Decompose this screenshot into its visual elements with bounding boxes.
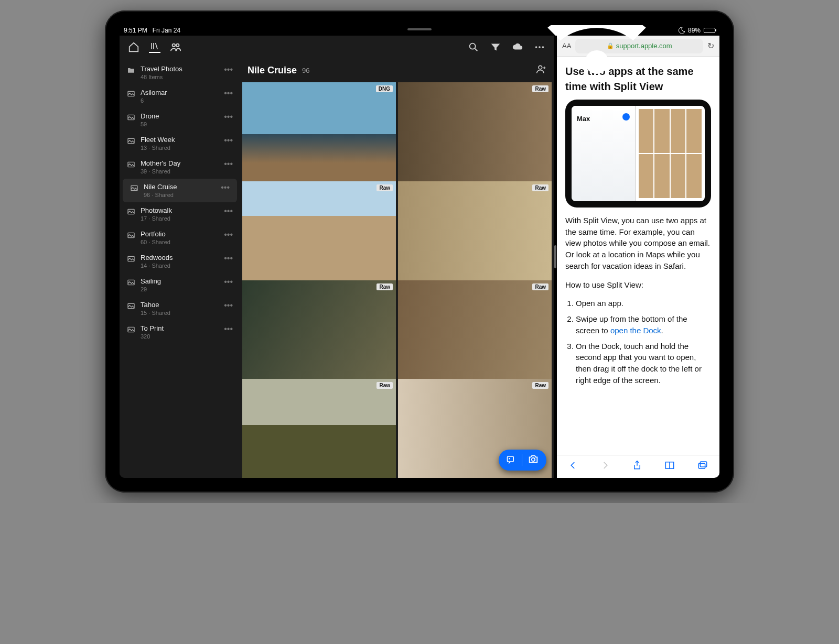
svg-point-0 <box>173 44 176 47</box>
album-title: Nile Cruise <box>248 65 297 76</box>
sidebar-item-more[interactable]: ••• <box>222 112 235 122</box>
moon-icon <box>679 27 685 34</box>
sidebar-item-label: Asilomar <box>141 89 217 96</box>
sidebar-item-more[interactable]: ••• <box>222 136 235 145</box>
album-count: 96 <box>302 67 309 74</box>
sidebar-item-meta: 60 · Shared <box>141 239 217 245</box>
add-person-icon[interactable] <box>536 64 546 77</box>
sidebar-item-meta: 6 <box>141 97 217 104</box>
camera-icon[interactable] <box>528 453 539 467</box>
svg-rect-21 <box>699 463 705 468</box>
sidebar-item-fleet-week[interactable]: Fleet Week13 · Shared••• <box>120 132 240 155</box>
sidebar-item-redwoods[interactable]: Redwoods14 · Shared••• <box>120 249 240 273</box>
sidebar-item-nile-cruise[interactable]: Nile Cruise96 · Shared••• <box>123 179 237 202</box>
safari-tab-bar <box>557 455 719 478</box>
battery-icon <box>704 28 715 33</box>
sidebar-item-label: Drone <box>141 112 217 120</box>
library-icon[interactable] <box>149 41 160 53</box>
album-icon <box>127 160 135 170</box>
howto-label: How to use Split View: <box>565 279 711 291</box>
album-sidebar[interactable]: Travel Photos48 Items•••Asilomar6•••Dron… <box>120 59 240 478</box>
format-badge: Raw <box>377 283 393 290</box>
safari-app: AA 🔒 support.apple.com ↻ Use two apps at… <box>557 36 719 478</box>
photo-thumb[interactable]: Raw <box>242 379 396 478</box>
sidebar-item-mother-s-day[interactable]: Mother's Day39 · Shared••• <box>120 155 240 179</box>
open-dock-link[interactable]: open the Dock <box>610 326 661 335</box>
back-button[interactable] <box>568 461 578 473</box>
photo-thumb[interactable]: DNG <box>242 82 396 198</box>
lightroom-toolbar <box>120 36 554 59</box>
album-icon <box>127 278 135 288</box>
album-icon <box>127 90 135 100</box>
safari-page[interactable]: Use two apps at the same time with Split… <box>557 57 719 455</box>
capture-fab[interactable] <box>499 450 546 471</box>
status-date: Fri Jan 24 <box>153 27 180 34</box>
sidebar-item-more[interactable]: ••• <box>222 254 235 263</box>
sidebar-item-meta: 14 · Shared <box>141 263 217 269</box>
album-icon <box>127 325 135 335</box>
sidebar-item-more[interactable]: ••• <box>222 301 235 310</box>
sidebar-item-more[interactable]: ••• <box>222 230 235 239</box>
sidebar-item-label: Photowalk <box>141 206 217 214</box>
photo-thumb[interactable]: Raw <box>242 181 396 297</box>
home-icon[interactable] <box>128 41 139 53</box>
photo-thumb[interactable]: Raw <box>398 82 552 198</box>
lightroom-app: Travel Photos48 Items•••Asilomar6•••Dron… <box>120 36 554 478</box>
tabs-button[interactable] <box>697 461 708 473</box>
sidebar-item-more[interactable]: ••• <box>222 206 235 216</box>
search-icon[interactable] <box>468 41 479 53</box>
status-time: 9:51 PM <box>124 27 147 34</box>
sidebar-item-more[interactable]: ••• <box>222 65 235 74</box>
step-3: On the Dock, touch and hold the second a… <box>576 341 711 386</box>
sidebar-item-portfolio[interactable]: Portfolio60 · Shared••• <box>120 226 240 249</box>
photo-grid[interactable]: DNGRawRawRawRawRawRawRaw <box>240 82 554 478</box>
import-icon[interactable] <box>506 454 517 466</box>
split-view: Travel Photos48 Items•••Asilomar6•••Dron… <box>120 36 719 478</box>
sidebar-item-label: Travel Photos <box>141 65 217 73</box>
split-divider[interactable] <box>554 36 557 478</box>
shared-icon[interactable] <box>170 41 181 53</box>
sidebar-item-tahoe[interactable]: Tahoe15 · Shared••• <box>120 297 240 320</box>
sidebar-item-more[interactable]: ••• <box>222 324 235 334</box>
album-icon <box>127 208 135 217</box>
ipad-frame: 9:51 PM Fri Jan 24 89% <box>105 10 734 493</box>
sidebar-item-meta: 96 · Shared <box>144 192 213 198</box>
step-1: Open an app. <box>576 298 711 309</box>
folder-icon <box>127 66 135 76</box>
sidebar-item-drone[interactable]: Drone59••• <box>120 108 240 132</box>
step-2: Swipe up from the bottom of the screen t… <box>576 313 711 336</box>
album-icon <box>127 231 135 241</box>
sidebar-item-to-print[interactable]: To Print320••• <box>120 320 240 344</box>
grid-area: Nile Cruise 96 DNGRawRawRawRawRawRawRaw <box>240 59 554 478</box>
format-badge: Raw <box>532 184 548 191</box>
sidebar-item-asilomar[interactable]: Asilomar6••• <box>120 84 240 108</box>
sidebar-item-more[interactable]: ••• <box>222 277 235 287</box>
sidebar-item-more[interactable]: ••• <box>222 159 235 169</box>
sidebar-item-sailing[interactable]: Sailing29••• <box>120 273 240 297</box>
album-icon <box>127 137 135 147</box>
sidebar-item-travel-photos[interactable]: Travel Photos48 Items••• <box>120 61 240 84</box>
svg-rect-22 <box>701 462 707 467</box>
sidebar-item-photowalk[interactable]: Photowalk17 · Shared••• <box>120 202 240 226</box>
album-icon <box>130 184 138 194</box>
page-paragraph: With Split View, you can use two apps at… <box>565 215 711 272</box>
share-button[interactable] <box>632 460 642 473</box>
multitask-pill[interactable] <box>407 28 432 30</box>
format-badge: Raw <box>377 184 393 191</box>
bookmarks-button[interactable] <box>664 461 675 473</box>
format-badge: Raw <box>532 283 548 290</box>
status-battery-pct: 89% <box>688 27 701 34</box>
photo-thumb[interactable]: Raw <box>398 280 552 396</box>
photo-thumb[interactable]: Raw <box>398 181 552 297</box>
format-badge: DNG <box>376 85 393 92</box>
svg-point-19 <box>509 458 510 460</box>
split-grabber[interactable] <box>554 245 556 268</box>
filter-icon[interactable] <box>490 41 501 53</box>
grid-header: Nile Cruise 96 <box>240 59 554 82</box>
sidebar-item-meta: 320 <box>141 333 217 340</box>
photo-thumb[interactable]: Raw <box>242 280 396 396</box>
sidebar-item-more[interactable]: ••• <box>222 89 235 98</box>
sidebar-item-label: Mother's Day <box>141 159 217 167</box>
sidebar-item-more[interactable]: ••• <box>219 183 232 192</box>
format-badge: Raw <box>532 382 548 389</box>
